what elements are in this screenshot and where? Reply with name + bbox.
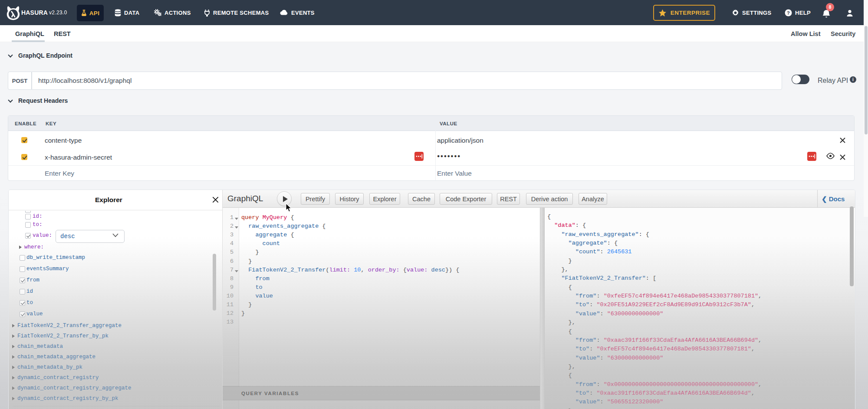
svg-text:?: ? <box>787 10 790 15</box>
